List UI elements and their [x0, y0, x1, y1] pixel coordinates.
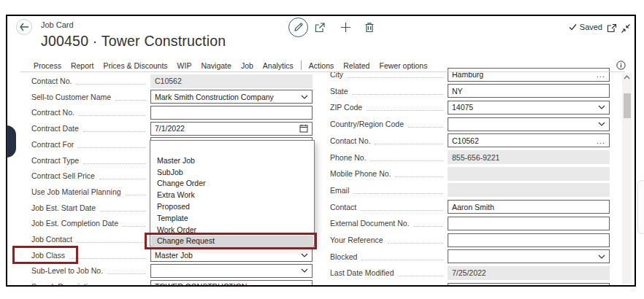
- field-input[interactable]: Master Job ...: [150, 248, 313, 262]
- field-row: Phone No. 855-656-9221 ...: [330, 150, 610, 165]
- collapse-button[interactable]: [620, 23, 631, 34]
- field-label: Mobile Phone No.: [330, 169, 391, 178]
- field-row: Contact No. C10562 ...: [330, 133, 610, 148]
- field-row: Contract Date 7/1/2022 ...: [31, 121, 313, 136]
- field-input[interactable]: ...: [448, 183, 610, 197]
- field-label: State: [330, 87, 348, 96]
- field-label: Contract No.: [31, 108, 74, 117]
- dropdown-item-label: SubJob: [157, 168, 183, 176]
- calendar-icon[interactable]: [299, 124, 308, 133]
- field-label: Last Date Modified: [330, 268, 394, 277]
- field-label: Sell-to Customer Name: [31, 93, 111, 101]
- field-row: Your Reference ...: [330, 233, 610, 247]
- dropdown-item[interactable]: Change Request: [151, 236, 313, 247]
- field-input[interactable]: C10562 ...: [150, 74, 313, 88]
- back-arrow-icon: [19, 23, 29, 31]
- field-row: Search Description TOWER CONSTRUCTION ..…: [31, 279, 313, 287]
- chevron-down-icon[interactable]: [598, 255, 605, 259]
- field-label: Contract Date: [31, 124, 79, 133]
- field-input[interactable]: 14075 ...: [448, 101, 610, 114]
- field-value: C10562: [155, 77, 182, 85]
- screen-edge-tab[interactable]: [7, 125, 16, 158]
- dotted-leader: [414, 218, 443, 227]
- field-label: Country/Region Code: [330, 120, 404, 128]
- job-class-dropdown: Master Job SubJob Change Order Extra Wor…: [150, 140, 315, 246]
- ellipsis-button[interactable]: ...: [597, 71, 605, 77]
- field-input[interactable]: ...: [150, 106, 313, 120]
- scroll-up-icon[interactable]: [622, 75, 632, 82]
- field-value: NY: [452, 87, 463, 96]
- field-row: Job Class Master Job ...: [31, 248, 313, 263]
- chevron-down-icon[interactable]: [598, 122, 605, 126]
- dropdown-item-label: Master Job: [157, 156, 195, 165]
- dotted-leader: [69, 250, 146, 259]
- section-divider: [20, 71, 625, 72]
- field-input[interactable]: 7/1/2022 ...: [150, 122, 313, 136]
- dotted-leader: [83, 123, 146, 132]
- field-input[interactable]: NY ...: [448, 84, 610, 98]
- field-input[interactable]: TOWER CONSTRUCTION ...: [150, 280, 313, 287]
- field-input[interactable]: Mark Smith Construction Company ...: [150, 90, 313, 104]
- dotted-leader: [367, 102, 443, 111]
- dropdown-item-label: Extra Work: [157, 190, 195, 199]
- field-label: Sub-Level to Job No.: [31, 266, 103, 275]
- offscreen-card-fragment: [637, 180, 644, 234]
- field-label: Email: [330, 186, 349, 195]
- chevron-down-icon[interactable]: [301, 95, 308, 99]
- field-label: Job Est. Completion Date: [31, 219, 118, 228]
- dotted-leader: [107, 265, 146, 274]
- field-row: Email ...: [330, 183, 610, 198]
- dotted-leader: [76, 76, 146, 85]
- field-input[interactable]: ...: [448, 117, 610, 131]
- field-value: Mark Smith Construction Company: [155, 93, 274, 101]
- field-input[interactable]: ...: [448, 233, 610, 247]
- field-label: Contact No.: [330, 136, 370, 145]
- dropdown-item[interactable]: Change Order: [151, 178, 313, 190]
- field-label: Contract Sell Price: [31, 171, 95, 180]
- dotted-leader: [408, 119, 443, 128]
- field-input[interactable]: C10562 ...: [448, 133, 610, 147]
- chevron-down-icon[interactable]: [598, 105, 605, 109]
- share-icon: [314, 22, 326, 34]
- field-label: Contract For: [31, 140, 74, 149]
- dropdown-item[interactable]: Template: [151, 213, 313, 225]
- field-input[interactable]: Hamburg ...: [448, 68, 610, 82]
- dotted-leader: [126, 187, 146, 195]
- field-row: ZIP Code 14075 ...: [330, 100, 610, 114]
- dropdown-item[interactable]: Work Order: [151, 225, 313, 236]
- dotted-leader: [380, 284, 443, 287]
- field-input[interactable]: ...: [448, 217, 610, 230]
- ellipsis-button[interactable]: ...: [597, 138, 605, 144]
- field-input[interactable]: ...: [448, 283, 610, 287]
- field-label: Use Job Material Planning: [31, 187, 121, 196]
- info-button[interactable]: [616, 61, 626, 70]
- dotted-leader: [83, 155, 146, 164]
- scrollbar-thumb[interactable]: [624, 93, 631, 118]
- chevron-down-icon[interactable]: [301, 268, 308, 273]
- dotted-leader: [361, 202, 443, 211]
- back-button[interactable]: [16, 19, 32, 35]
- dotted-leader: [348, 69, 443, 78]
- dropdown-item[interactable]: [151, 144, 313, 155]
- field-label: Contact: [330, 203, 356, 211]
- dropdown-item-label: Change Request: [157, 236, 215, 245]
- field-input[interactable]: 855-656-9221 ...: [448, 150, 610, 164]
- field-input[interactable]: 7/25/2022 ...: [448, 266, 610, 280]
- share-button[interactable]: [314, 22, 326, 34]
- dropdown-item[interactable]: Extra Work: [151, 190, 313, 201]
- field-label: Cust. PO No.: [330, 285, 375, 287]
- dotted-leader: [100, 203, 146, 211]
- field-input[interactable]: Aaron Smith ...: [448, 200, 610, 214]
- field-input[interactable]: ...: [448, 167, 610, 181]
- dropdown-item[interactable]: Master Job: [151, 155, 313, 167]
- chevron-down-icon[interactable]: [301, 253, 308, 257]
- field-label: ZIP Code: [330, 103, 362, 112]
- field-row: Country/Region Code ...: [330, 117, 610, 131]
- field-input[interactable]: ...: [448, 249, 610, 263]
- dropdown-item[interactable]: Proposed: [151, 201, 313, 213]
- field-input[interactable]: ...: [150, 264, 313, 278]
- dropdown-item[interactable]: SubJob: [151, 167, 313, 179]
- dropdown-item-label: Change Order: [157, 179, 206, 187]
- field-row: City Hamburg ...: [330, 67, 610, 82]
- vertical-scrollbar[interactable]: [622, 73, 632, 284]
